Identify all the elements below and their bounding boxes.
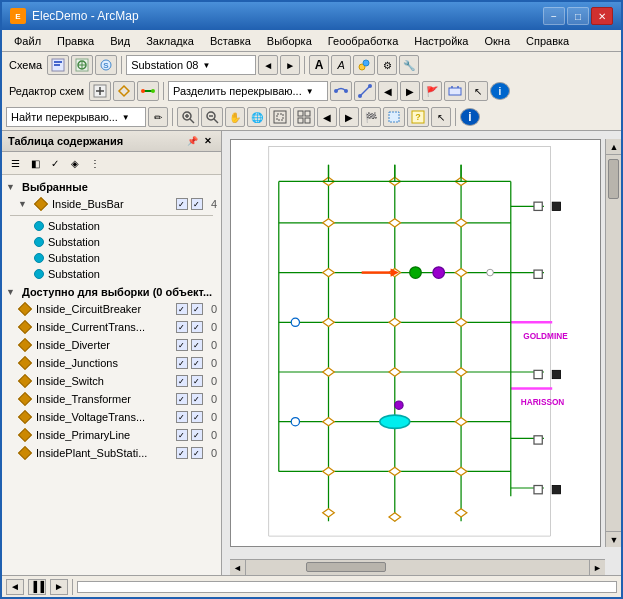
menu-bookmark[interactable]: Закладка: [138, 33, 202, 49]
toolbar-editor-btn-3[interactable]: [137, 81, 159, 101]
toc-options-btn[interactable]: ⋮: [86, 154, 104, 172]
identify-btn[interactable]: ?: [407, 107, 429, 127]
toolbar-flag-btn[interactable]: 🚩: [422, 81, 442, 101]
find-dropdown[interactable]: Найти перекрываю... ▼: [6, 107, 146, 127]
toolbar-btn-next-substation[interactable]: ►: [280, 55, 300, 75]
toc-layer-6[interactable]: Inside_VoltageTrans... ✓ ✓ 0: [2, 408, 221, 426]
zoom-out-btn[interactable]: [201, 107, 223, 127]
busbar-check-1[interactable]: ✓: [176, 198, 188, 210]
toc-substation-3[interactable]: Substation: [2, 250, 221, 266]
toolbar-btn-text-a2[interactable]: A: [331, 55, 351, 75]
layer-check1-0[interactable]: ✓: [176, 303, 188, 315]
menu-settings[interactable]: Настройка: [406, 33, 476, 49]
layer-check1-2[interactable]: ✓: [176, 339, 188, 351]
scroll-left-btn[interactable]: ◄: [230, 560, 246, 576]
extent-btn[interactable]: [269, 107, 291, 127]
layer-check1-7[interactable]: ✓: [176, 429, 188, 441]
toc-layer-3[interactable]: Inside_Junctions ✓ ✓ 0: [2, 354, 221, 372]
toolbar-btn-1[interactable]: [47, 55, 69, 75]
status-pause-btn[interactable]: ▐▐: [28, 579, 46, 595]
toc-layer-btn[interactable]: ◧: [26, 154, 44, 172]
layer-check1-4[interactable]: ✓: [176, 375, 188, 387]
toolbar-cursor-btn[interactable]: ↖: [468, 81, 488, 101]
minimize-button[interactable]: −: [543, 7, 565, 25]
scroll-up-btn[interactable]: ▲: [606, 139, 621, 155]
layer-check2-1[interactable]: ✓: [191, 321, 203, 333]
layer-check2-8[interactable]: ✓: [191, 447, 203, 459]
toolbar-split-btn-4[interactable]: ▶: [400, 81, 420, 101]
select-btn[interactable]: [383, 107, 405, 127]
globe-btn[interactable]: 🌐: [247, 107, 267, 127]
toc-layer-2[interactable]: Inside_Diverter ✓ ✓ 0: [2, 336, 221, 354]
layer-check1-5[interactable]: ✓: [176, 393, 188, 405]
toc-list-btn[interactable]: ☰: [6, 154, 24, 172]
scroll-down-btn[interactable]: ▼: [606, 531, 621, 547]
layer-check1-6[interactable]: ✓: [176, 411, 188, 423]
menu-help[interactable]: Справка: [518, 33, 577, 49]
toolbar-btn-6[interactable]: 🔧: [399, 55, 419, 75]
substation-dropdown[interactable]: Substation 08 ▼: [126, 55, 256, 75]
layer-check1-8[interactable]: ✓: [176, 447, 188, 459]
toolbar-btn-prev-substation[interactable]: ◄: [258, 55, 278, 75]
toolbar-pencil-btn[interactable]: ✏: [148, 107, 168, 127]
toc-layer-5[interactable]: Inside_Transformer ✓ ✓ 0: [2, 390, 221, 408]
status-prev-btn[interactable]: ◄: [6, 579, 24, 595]
toolbar-btn-4[interactable]: [353, 55, 375, 75]
layer-check2-3[interactable]: ✓: [191, 357, 203, 369]
scroll-thumb-vertical[interactable]: [608, 159, 619, 199]
toc-close-btn[interactable]: ✕: [201, 134, 215, 148]
zoom-full-btn[interactable]: [293, 107, 315, 127]
maximize-button[interactable]: □: [567, 7, 589, 25]
toolbar-split-btn-5[interactable]: [444, 81, 466, 101]
toc-layer-7[interactable]: Inside_PrimaryLine ✓ ✓ 0: [2, 426, 221, 444]
menu-select[interactable]: Выборка: [259, 33, 320, 49]
arrow-cursor-btn[interactable]: ↖: [431, 107, 451, 127]
toc-layer-1[interactable]: Inside_CurrentTrans... ✓ ✓ 0: [2, 318, 221, 336]
toolbar-editor-btn-1[interactable]: [89, 81, 111, 101]
close-button[interactable]: ✕: [591, 7, 613, 25]
menu-insert[interactable]: Вставка: [202, 33, 259, 49]
layer-check2-4[interactable]: ✓: [191, 375, 203, 387]
layer-check2-5[interactable]: ✓: [191, 393, 203, 405]
bookmark-view-btn[interactable]: 🏁: [361, 107, 381, 127]
toolbar-editor-btn-2[interactable]: [113, 81, 135, 101]
toolbar-split-btn-1[interactable]: [330, 81, 352, 101]
toc-pin-btn[interactable]: 📌: [185, 134, 199, 148]
zoom-in-btn[interactable]: [177, 107, 199, 127]
toc-available-header[interactable]: ▼ Доступно для выборки (0 объект...: [2, 284, 221, 300]
scroll-thumb-horizontal[interactable]: [306, 562, 386, 572]
toc-layer-busbar[interactable]: ▼ Inside_BusBar ✓ ✓ 4: [2, 195, 221, 213]
menu-edit[interactable]: Правка: [49, 33, 102, 49]
toolbar-info-btn[interactable]: i: [490, 82, 510, 100]
map-scrollbar-vertical[interactable]: ▲ ▼: [605, 139, 621, 547]
busbar-check-2[interactable]: ✓: [191, 198, 203, 210]
pan-btn[interactable]: ✋: [225, 107, 245, 127]
layer-check2-6[interactable]: ✓: [191, 411, 203, 423]
map-scrollbar-horizontal[interactable]: ◄ ►: [230, 559, 605, 575]
layer-check2-0[interactable]: ✓: [191, 303, 203, 315]
layer-check1-3[interactable]: ✓: [176, 357, 188, 369]
info-circle-btn[interactable]: i: [460, 108, 480, 126]
menu-windows[interactable]: Окна: [476, 33, 518, 49]
toolbar-split-btn-3[interactable]: ◀: [378, 81, 398, 101]
scroll-right-btn[interactable]: ►: [589, 560, 605, 576]
split-dropdown[interactable]: Разделить перекрываю... ▼: [168, 81, 328, 101]
menu-geoprocessing[interactable]: Геообработка: [320, 33, 407, 49]
toolbar-btn-2[interactable]: [71, 55, 93, 75]
menu-file[interactable]: Файл: [6, 33, 49, 49]
layer-check2-2[interactable]: ✓: [191, 339, 203, 351]
toolbar-btn-3[interactable]: S: [95, 55, 117, 75]
layer-check1-1[interactable]: ✓: [176, 321, 188, 333]
menu-view[interactable]: Вид: [102, 33, 138, 49]
status-next-btn[interactable]: ►: [50, 579, 68, 595]
back-btn[interactable]: ◀: [317, 107, 337, 127]
toc-layer-8[interactable]: InsidePlant_SubStati... ✓ ✓ 0: [2, 444, 221, 462]
toc-select-btn[interactable]: ✓: [46, 154, 64, 172]
map-area[interactable]: GOLDMINE HARISSON: [222, 131, 621, 575]
toolbar-btn-text-a[interactable]: A: [309, 55, 329, 75]
toc-substation-4[interactable]: Substation: [2, 266, 221, 282]
toc-selected-header[interactable]: ▼ Выбранные: [2, 179, 221, 195]
toc-substation-1[interactable]: Substation: [2, 218, 221, 234]
toc-substation-2[interactable]: Substation: [2, 234, 221, 250]
toc-layer-4[interactable]: Inside_Switch ✓ ✓ 0: [2, 372, 221, 390]
